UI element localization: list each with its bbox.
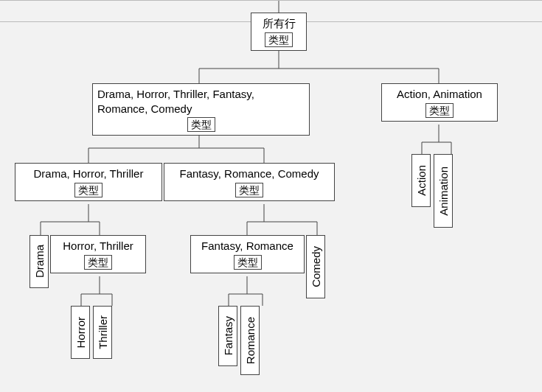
node-subtype: 类型 (74, 183, 103, 197)
leaf-label: Romance (244, 317, 257, 364)
leaf-label: Thriller (97, 315, 109, 349)
leaf-label: Drama (33, 245, 46, 278)
leaf-horror: Horror (71, 306, 90, 359)
node-fr: Fantasy, Romance 类型 (190, 235, 305, 273)
leaf-label: Horror (74, 317, 87, 349)
tree-diagram: 所有行 类型 Drama, Horror, Thriller, Fantasy,… (0, 0, 542, 392)
leaf-label: Comedy (310, 246, 322, 287)
node-right-group: Action, Animation 类型 (381, 83, 498, 122)
node-title: Horror, Thriller (63, 239, 133, 253)
node-subtype: 类型 (234, 255, 262, 270)
leaf-label: Animation (437, 167, 450, 216)
leaf-romance: Romance (240, 306, 260, 375)
node-subtype: 类型 (425, 103, 454, 118)
node-title: Drama, Horror, Thriller, Fantasy, Romanc… (97, 87, 305, 116)
node-title: Fantasy, Romance (201, 239, 293, 253)
leaf-drama: Drama (29, 235, 49, 288)
node-title: Fantasy, Romance, Comedy (180, 167, 319, 181)
node-root: 所有行 类型 (251, 13, 307, 51)
leaf-action: Action (411, 154, 431, 207)
node-ht: Horror, Thriller 类型 (50, 235, 146, 273)
node-left-group: Drama, Horror, Thriller, Fantasy, Romanc… (92, 83, 310, 136)
node-dht: Drama, Horror, Thriller 类型 (15, 163, 162, 201)
node-subtype: 类型 (187, 117, 215, 132)
node-title: 所有行 (263, 16, 296, 31)
node-subtype: 类型 (84, 255, 112, 270)
leaf-label: Action (415, 165, 428, 196)
leaf-thriller: Thriller (93, 306, 112, 359)
node-subtype: 类型 (265, 32, 293, 47)
node-subtype: 类型 (235, 183, 263, 197)
leaf-animation: Animation (434, 154, 453, 228)
node-title: Drama, Horror, Thriller (34, 167, 144, 181)
leaf-fantasy: Fantasy (218, 306, 237, 366)
node-frc: Fantasy, Romance, Comedy 类型 (164, 163, 335, 201)
leaf-label: Fantasy (222, 316, 234, 355)
node-title: Action, Animation (397, 87, 482, 102)
leaf-comedy: Comedy (306, 235, 325, 298)
